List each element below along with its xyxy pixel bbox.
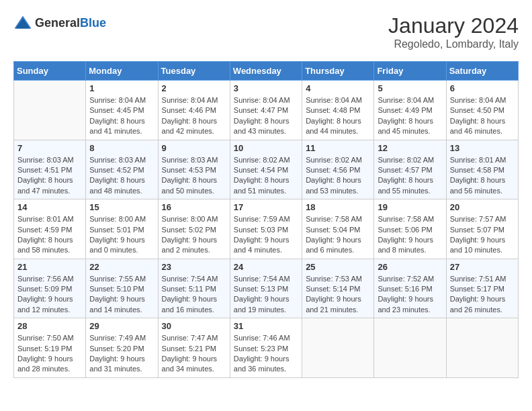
calendar-cell: 9Sunrise: 8:03 AMSunset: 4:53 PMDaylight… <box>158 140 230 199</box>
calendar-cell: 23Sunrise: 7:54 AMSunset: 5:11 PMDayligh… <box>158 259 230 318</box>
day-number: 30 <box>162 321 226 331</box>
day-number: 25 <box>306 262 370 272</box>
calendar-cell: 13Sunrise: 8:01 AMSunset: 4:58 PMDayligh… <box>446 140 518 199</box>
day-info: Sunrise: 7:53 AMSunset: 5:14 PMDaylight:… <box>306 274 370 316</box>
logo-text-blue: Blue <box>80 16 106 30</box>
day-number: 31 <box>234 321 298 331</box>
day-number: 10 <box>234 143 298 153</box>
calendar-cell: 4Sunrise: 8:04 AMSunset: 4:48 PMDaylight… <box>302 81 374 140</box>
day-number: 21 <box>17 262 82 272</box>
logo-icon <box>13 13 32 32</box>
weekday-header-wednesday: Wednesday <box>230 62 302 81</box>
day-info: Sunrise: 7:59 AMSunset: 5:03 PMDaylight:… <box>234 214 298 256</box>
day-info: Sunrise: 8:01 AMSunset: 4:59 PMDaylight:… <box>17 214 82 256</box>
day-info: Sunrise: 7:52 AMSunset: 5:16 PMDaylight:… <box>378 274 442 316</box>
calendar-week-row: 21Sunrise: 7:56 AMSunset: 5:09 PMDayligh… <box>14 259 519 318</box>
calendar-cell <box>446 318 518 378</box>
day-number: 11 <box>306 143 370 153</box>
calendar-cell: 24Sunrise: 7:54 AMSunset: 5:13 PMDayligh… <box>230 259 302 318</box>
day-number: 15 <box>89 202 154 212</box>
day-info: Sunrise: 7:57 AMSunset: 5:07 PMDaylight:… <box>450 214 515 256</box>
day-number: 17 <box>234 202 298 212</box>
weekday-header-saturday: Saturday <box>446 62 518 81</box>
calendar-week-row: 28Sunrise: 7:50 AMSunset: 5:19 PMDayligh… <box>14 318 519 378</box>
calendar-cell: 30Sunrise: 7:47 AMSunset: 5:21 PMDayligh… <box>158 318 230 378</box>
day-info: Sunrise: 8:02 AMSunset: 4:54 PMDaylight:… <box>234 155 298 197</box>
day-number: 12 <box>378 143 442 153</box>
day-info: Sunrise: 7:55 AMSunset: 5:10 PMDaylight:… <box>89 274 154 316</box>
day-info: Sunrise: 8:03 AMSunset: 4:53 PMDaylight:… <box>162 155 226 197</box>
day-number: 4 <box>306 83 370 93</box>
day-number: 9 <box>162 143 226 153</box>
day-number: 16 <box>162 202 226 212</box>
page-header: GeneralBlue January 2024 Regoledo, Lomba… <box>13 13 519 50</box>
day-info: Sunrise: 7:54 AMSunset: 5:11 PMDaylight:… <box>162 274 226 316</box>
day-info: Sunrise: 8:03 AMSunset: 4:52 PMDaylight:… <box>89 155 154 197</box>
day-number: 14 <box>17 202 82 212</box>
day-number: 27 <box>450 262 515 272</box>
day-info: Sunrise: 8:02 AMSunset: 4:57 PMDaylight:… <box>378 155 442 197</box>
calendar-cell: 27Sunrise: 7:51 AMSunset: 5:17 PMDayligh… <box>446 259 518 318</box>
day-info: Sunrise: 8:01 AMSunset: 4:58 PMDaylight:… <box>450 155 515 197</box>
day-info: Sunrise: 7:58 AMSunset: 5:06 PMDaylight:… <box>378 214 442 256</box>
day-number: 23 <box>162 262 226 272</box>
calendar-cell: 3Sunrise: 8:04 AMSunset: 4:47 PMDaylight… <box>230 81 302 140</box>
calendar-cell: 7Sunrise: 8:03 AMSunset: 4:51 PMDaylight… <box>14 140 86 199</box>
calendar-cell: 29Sunrise: 7:49 AMSunset: 5:20 PMDayligh… <box>86 318 158 378</box>
calendar-cell: 31Sunrise: 7:46 AMSunset: 5:23 PMDayligh… <box>230 318 302 378</box>
day-info: Sunrise: 8:02 AMSunset: 4:56 PMDaylight:… <box>306 155 370 197</box>
location-title: Regoledo, Lombardy, Italy <box>388 38 519 50</box>
calendar-cell: 15Sunrise: 8:00 AMSunset: 5:01 PMDayligh… <box>86 199 158 259</box>
day-number: 13 <box>450 143 515 153</box>
day-info: Sunrise: 7:54 AMSunset: 5:13 PMDaylight:… <box>234 274 298 316</box>
calendar-cell <box>374 318 446 378</box>
weekday-header-tuesday: Tuesday <box>158 62 230 81</box>
calendar-cell: 20Sunrise: 7:57 AMSunset: 5:07 PMDayligh… <box>446 199 518 259</box>
calendar-cell: 19Sunrise: 7:58 AMSunset: 5:06 PMDayligh… <box>374 199 446 259</box>
calendar-cell: 1Sunrise: 8:04 AMSunset: 4:45 PMDaylight… <box>86 81 158 140</box>
day-info: Sunrise: 8:04 AMSunset: 4:47 PMDaylight:… <box>234 95 298 137</box>
calendar-cell <box>302 318 374 378</box>
calendar-cell: 18Sunrise: 7:58 AMSunset: 5:04 PMDayligh… <box>302 199 374 259</box>
weekday-header-sunday: Sunday <box>14 62 86 81</box>
day-number: 3 <box>234 83 298 93</box>
day-info: Sunrise: 7:49 AMSunset: 5:20 PMDaylight:… <box>89 333 154 375</box>
day-number: 8 <box>89 143 154 153</box>
calendar-cell: 17Sunrise: 7:59 AMSunset: 5:03 PMDayligh… <box>230 199 302 259</box>
day-number: 6 <box>450 83 515 93</box>
day-info: Sunrise: 8:03 AMSunset: 4:51 PMDaylight:… <box>17 155 82 197</box>
calendar-cell <box>14 81 86 140</box>
calendar-table: SundayMondayTuesdayWednesdayThursdayFrid… <box>13 61 519 378</box>
calendar-cell: 11Sunrise: 8:02 AMSunset: 4:56 PMDayligh… <box>302 140 374 199</box>
month-title: January 2024 <box>388 13 519 38</box>
day-number: 2 <box>162 83 226 93</box>
day-number: 28 <box>17 321 82 331</box>
day-number: 18 <box>306 202 370 212</box>
calendar-week-row: 1Sunrise: 8:04 AMSunset: 4:45 PMDaylight… <box>14 81 519 140</box>
day-info: Sunrise: 7:58 AMSunset: 5:04 PMDaylight:… <box>306 214 370 256</box>
day-info: Sunrise: 7:51 AMSunset: 5:17 PMDaylight:… <box>450 274 515 316</box>
calendar-cell: 6Sunrise: 8:04 AMSunset: 4:50 PMDaylight… <box>446 81 518 140</box>
day-number: 29 <box>89 321 154 331</box>
day-number: 24 <box>234 262 298 272</box>
day-info: Sunrise: 8:04 AMSunset: 4:46 PMDaylight:… <box>162 95 226 137</box>
weekday-header-thursday: Thursday <box>302 62 374 81</box>
calendar-cell: 26Sunrise: 7:52 AMSunset: 5:16 PMDayligh… <box>374 259 446 318</box>
day-number: 26 <box>378 262 442 272</box>
day-number: 5 <box>378 83 442 93</box>
day-info: Sunrise: 8:04 AMSunset: 4:48 PMDaylight:… <box>306 95 370 137</box>
day-info: Sunrise: 8:04 AMSunset: 4:45 PMDaylight:… <box>89 95 154 137</box>
logo: GeneralBlue <box>13 13 106 32</box>
day-number: 22 <box>89 262 154 272</box>
day-info: Sunrise: 7:46 AMSunset: 5:23 PMDaylight:… <box>234 333 298 375</box>
title-block: January 2024 Regoledo, Lombardy, Italy <box>388 13 519 50</box>
calendar-cell: 5Sunrise: 8:04 AMSunset: 4:49 PMDaylight… <box>374 81 446 140</box>
day-number: 7 <box>17 143 82 153</box>
calendar-cell: 8Sunrise: 8:03 AMSunset: 4:52 PMDaylight… <box>86 140 158 199</box>
calendar-header: SundayMondayTuesdayWednesdayThursdayFrid… <box>14 62 519 81</box>
calendar-cell: 21Sunrise: 7:56 AMSunset: 5:09 PMDayligh… <box>14 259 86 318</box>
logo-text-general: General <box>35 16 80 30</box>
day-info: Sunrise: 7:56 AMSunset: 5:09 PMDaylight:… <box>17 274 82 316</box>
day-info: Sunrise: 8:00 AMSunset: 5:02 PMDaylight:… <box>162 214 226 256</box>
calendar-week-row: 7Sunrise: 8:03 AMSunset: 4:51 PMDaylight… <box>14 140 519 199</box>
